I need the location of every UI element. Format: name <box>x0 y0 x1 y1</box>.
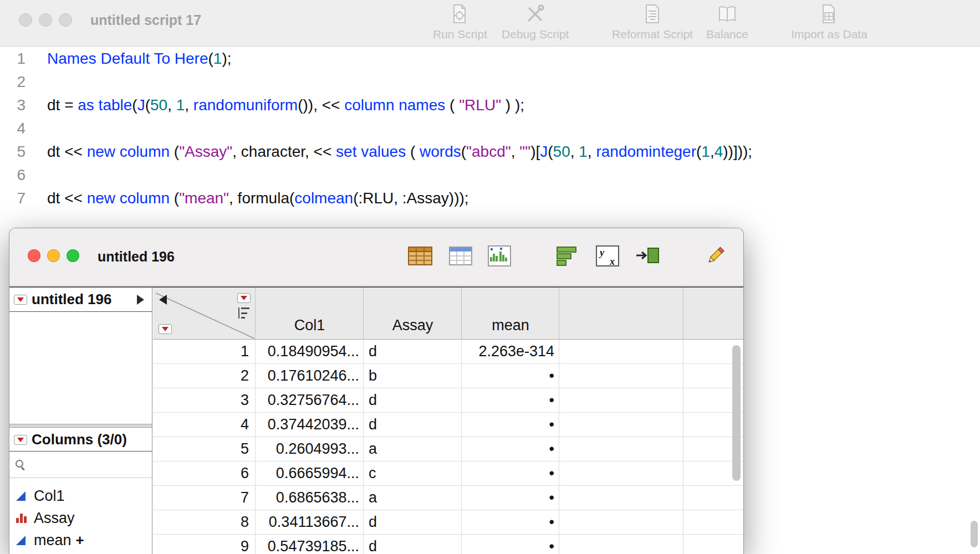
assay-cell[interactable]: b <box>364 364 462 388</box>
assay-cell[interactable]: c <box>364 461 462 485</box>
columns-search[interactable] <box>9 452 152 478</box>
table-red-triangle-button[interactable] <box>14 295 27 305</box>
mean-cell[interactable]: • <box>462 388 559 412</box>
assay-cell[interactable]: d <box>364 388 462 412</box>
row-number-cell[interactable]: 2 <box>153 364 256 388</box>
code-line[interactable]: 3dt = as table(J(50, 1, randomuniform())… <box>0 94 980 117</box>
code-line[interactable]: 2 <box>0 70 980 94</box>
table-row[interactable]: 60.6665994...c• <box>153 461 743 486</box>
col1-cell[interactable]: 0.17610246... <box>256 364 364 388</box>
distribution-button[interactable] <box>486 243 513 269</box>
empty-cell[interactable] <box>559 535 683 554</box>
zoom-button[interactable] <box>67 249 79 262</box>
col1-cell[interactable]: 0.6865638... <box>256 486 364 510</box>
reformat-script-button[interactable]: Reformat Script <box>611 3 694 45</box>
mean-cell[interactable]: • <box>462 510 559 534</box>
graph-builder-button[interactable] <box>554 243 580 269</box>
data-table-button[interactable] <box>407 243 433 269</box>
row-number-cell[interactable]: 5 <box>153 437 256 461</box>
col1-cell[interactable]: 0.18490954... <box>256 340 364 363</box>
col1-cell[interactable]: 0.34113667... <box>256 510 364 534</box>
empty-cell[interactable] <box>559 486 683 510</box>
code-line[interactable]: 4 <box>0 117 980 140</box>
row-number-cell[interactable]: 4 <box>153 413 256 437</box>
empty-cell[interactable] <box>683 535 743 554</box>
empty-cell[interactable] <box>559 461 683 485</box>
script-window-titlebar[interactable]: untitled script 17 Run Script <box>0 0 980 47</box>
row-number-cell[interactable]: 8 <box>153 510 256 534</box>
collapse-sidebar-arrow-icon[interactable] <box>159 295 167 305</box>
import-as-data-button[interactable]: Import as Data <box>787 3 871 45</box>
row-number-cell[interactable]: 7 <box>153 486 256 510</box>
col1-cell[interactable]: 0.32756764... <box>256 388 364 412</box>
empty-cell[interactable] <box>559 413 683 437</box>
mean-cell[interactable]: • <box>462 486 559 510</box>
close-button[interactable] <box>19 13 32 27</box>
columns-header-red-triangle-button[interactable] <box>237 293 251 303</box>
table-row[interactable]: 10.18490954...d2.263e-314 <box>153 340 743 364</box>
table-row[interactable]: 30.32756764...d• <box>153 388 743 413</box>
col1-cell[interactable]: 0.54739185... <box>256 535 364 554</box>
balance-button[interactable]: Balance <box>700 3 755 45</box>
column-list-item[interactable]: Col1 <box>9 485 152 507</box>
code-line[interactable]: 5dt << new column ("Assay", character, <… <box>0 140 980 163</box>
table-to-report-button[interactable] <box>634 243 661 269</box>
code-line[interactable]: 1Names Default To Here(1); <box>0 47 980 70</box>
mean-cell[interactable]: • <box>462 535 559 554</box>
table-window-titlebar[interactable]: untitled 196 <box>9 228 743 286</box>
debug-script-button[interactable]: Debug Script <box>502 3 568 45</box>
column-header-assay[interactable]: Assay <box>364 317 462 334</box>
mean-cell[interactable]: • <box>462 413 559 437</box>
mean-cell[interactable]: • <box>462 437 559 461</box>
column-header-mean[interactable]: mean <box>462 317 559 334</box>
col1-cell[interactable]: 0.37442039... <box>256 413 364 437</box>
assay-cell[interactable]: a <box>364 486 462 510</box>
column-header-col1[interactable]: Col1 <box>256 317 364 334</box>
columns-panel-header[interactable]: Columns (3/0) <box>9 428 152 452</box>
code-line[interactable]: 7dt << new column ("mean", formula(colme… <box>0 187 980 210</box>
row-order-icon[interactable] <box>238 307 251 319</box>
table-row[interactable]: 20.17610246...b• <box>153 364 743 388</box>
rows-header-red-triangle-button[interactable] <box>159 324 172 334</box>
assay-cell[interactable]: d <box>364 510 462 534</box>
assay-cell[interactable]: d <box>364 535 462 554</box>
empty-cell[interactable] <box>559 388 683 412</box>
mean-cell[interactable]: 2.263e-314 <box>462 340 559 363</box>
columns-red-triangle-button[interactable] <box>14 435 27 445</box>
empty-cell[interactable] <box>559 437 683 461</box>
annotate-button[interactable] <box>702 243 729 269</box>
row-number-cell[interactable]: 6 <box>153 461 256 485</box>
code-line[interactable]: 6 <box>0 163 980 187</box>
table-row[interactable]: 40.37442039...d• <box>153 413 743 437</box>
table-row[interactable]: 80.34113667...d• <box>153 510 743 535</box>
assay-cell[interactable]: d <box>364 413 462 437</box>
col1-cell[interactable]: 0.6665994... <box>256 461 364 485</box>
minimize-button[interactable] <box>39 13 52 27</box>
assay-cell[interactable]: d <box>364 340 462 363</box>
run-script-button[interactable]: Run Script <box>432 3 488 45</box>
code-area[interactable]: 1Names Default To Here(1);23dt = as tabl… <box>0 47 980 210</box>
row-number-cell[interactable]: 1 <box>153 340 256 363</box>
empty-cell[interactable] <box>559 364 683 388</box>
row-number-cell[interactable]: 9 <box>153 535 256 554</box>
columns-view-button[interactable] <box>447 243 474 269</box>
empty-cell[interactable] <box>683 486 743 510</box>
play-arrow-icon[interactable] <box>137 295 144 305</box>
column-list-item[interactable]: Assay <box>9 507 152 529</box>
empty-cell[interactable] <box>683 510 743 534</box>
panel-splitter[interactable] <box>9 424 152 428</box>
close-button[interactable] <box>28 249 40 262</box>
column-list-item[interactable]: mean + <box>9 529 152 551</box>
table-panel-header[interactable]: untitled 196 <box>9 288 152 312</box>
formula-editor-button[interactable]: y x <box>594 243 621 269</box>
row-number-cell[interactable]: 3 <box>153 388 256 412</box>
vertical-scrollbar[interactable] <box>732 345 741 481</box>
assay-cell[interactable]: a <box>364 437 462 461</box>
minimize-button[interactable] <box>47 249 60 262</box>
script-scrollbar-thumb[interactable] <box>971 521 978 547</box>
empty-cell[interactable] <box>559 340 683 363</box>
col1-cell[interactable]: 0.2604993... <box>256 437 364 461</box>
table-row[interactable]: 90.54739185...d• <box>153 535 743 554</box>
table-row[interactable]: 50.2604993...a• <box>153 437 743 461</box>
mean-cell[interactable]: • <box>462 461 559 485</box>
